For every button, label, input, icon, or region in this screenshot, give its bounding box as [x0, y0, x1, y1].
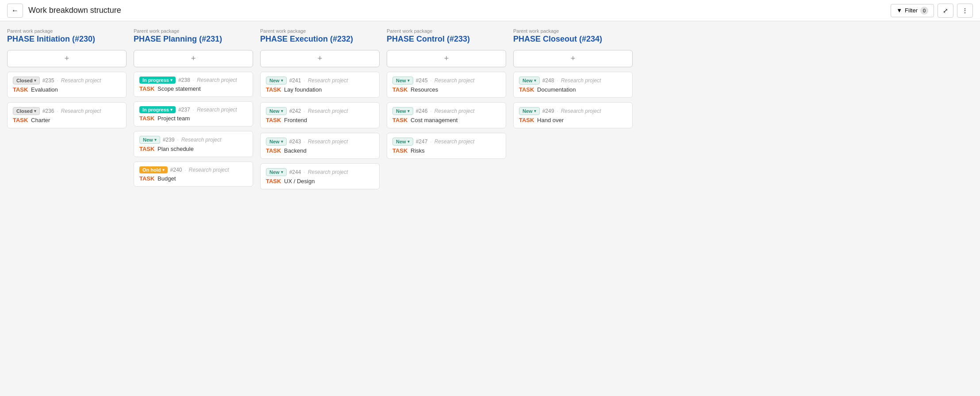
col-planning-add-button[interactable]: + — [134, 50, 253, 67]
top-bar: ← Work breakdown structure ▼ Filter 0 ⤢ … — [0, 0, 980, 21]
col-planning-card-1-title[interactable]: TASK Project team — [139, 115, 247, 122]
status-dropdown-arrow: ▾ — [534, 109, 536, 113]
col-execution-card-0-title[interactable]: TASK Lay foundation — [266, 86, 374, 93]
col-control-card-2-title[interactable]: TASK Risks — [392, 147, 500, 154]
separator: · — [557, 108, 558, 114]
col-execution-card-1-meta: New ▾#242·Research project — [266, 107, 374, 115]
col-execution-card-2-status-badge[interactable]: New ▾ — [266, 138, 287, 146]
col-control-card-0-status-badge[interactable]: New ▾ — [392, 77, 413, 85]
separator: · — [193, 77, 194, 83]
col-closeout-card-1-id: #249 — [542, 108, 554, 114]
col-planning-card-3-task-label: TASK — [139, 175, 156, 182]
col-initiation-card-1-id: #236 — [42, 108, 54, 114]
col-control-card-2-status-badge[interactable]: New ▾ — [392, 138, 413, 146]
col-control-card-2-project: Research project — [434, 138, 475, 145]
col-execution-header: Parent work packagePHASE Execution (#232… — [260, 28, 380, 44]
col-execution-card-3-title[interactable]: TASK UX / Design — [266, 178, 374, 185]
status-label: In progress — [142, 107, 169, 112]
filter-count: 0 — [920, 7, 928, 15]
col-planning-parent-label: Parent work package — [134, 28, 253, 34]
col-planning-card-2-title[interactable]: TASK Plan schedule — [139, 146, 247, 152]
col-closeout-card-0-title[interactable]: TASK Documentation — [519, 86, 627, 93]
back-icon: ← — [12, 7, 19, 15]
col-planning-card-2-task-label: TASK — [139, 146, 156, 152]
col-planning-card-2-status-badge[interactable]: New ▾ — [139, 136, 160, 144]
col-execution-card-3-meta: New ▾#244·Research project — [266, 168, 374, 176]
separator: · — [184, 167, 186, 173]
col-execution-card-0-status-badge[interactable]: New ▾ — [266, 77, 287, 85]
col-control-card-2-id: #247 — [416, 138, 428, 145]
status-dropdown-arrow: ▾ — [281, 78, 283, 83]
col-planning-header: Parent work packagePHASE Planning (#231) — [134, 28, 253, 44]
status-label: New — [143, 137, 153, 142]
col-control-card-1-task-label: TASK — [392, 117, 409, 123]
col-control-card-1-title[interactable]: TASK Cost management — [392, 117, 500, 123]
col-initiation-card-0-task-name: Evaluation — [31, 86, 58, 93]
col-closeout-card-1-meta: New ▾#249·Research project — [519, 107, 627, 115]
col-planning-card-0-id: #238 — [178, 77, 190, 83]
col-execution-card-1-status-badge[interactable]: New ▾ — [266, 107, 287, 115]
col-execution-card-0-id: #241 — [289, 77, 301, 84]
col-planning: Parent work packagePHASE Planning (#231)… — [134, 28, 253, 187]
col-execution-card-3-status-badge[interactable]: New ▾ — [266, 168, 287, 176]
col-planning-card-3-status-badge[interactable]: On hold ▾ — [139, 166, 168, 173]
status-label: New — [523, 108, 533, 114]
filter-icon: ▼ — [896, 7, 902, 14]
col-initiation-card-0-title[interactable]: TASK Evaluation — [13, 86, 121, 93]
col-planning-card-1-status-badge[interactable]: In progress ▾ — [139, 106, 176, 113]
col-planning-card-0-status-badge[interactable]: In progress ▾ — [139, 77, 176, 84]
back-button[interactable]: ← — [7, 4, 23, 18]
col-initiation-add-button[interactable]: + — [7, 50, 127, 67]
col-closeout-header: Parent work packagePHASE Closeout (#234) — [513, 28, 633, 44]
col-closeout-card-1-status-badge[interactable]: New ▾ — [519, 107, 540, 115]
col-execution-card-1-title[interactable]: TASK Frontend — [266, 117, 374, 123]
status-label: New — [523, 78, 533, 83]
more-button[interactable]: ⋮ — [957, 4, 973, 18]
col-planning-card-1-id: #237 — [178, 107, 190, 113]
col-execution-card-2-meta: New ▾#243·Research project — [266, 138, 374, 146]
separator: · — [57, 77, 58, 84]
col-execution-card-2-task-label: TASK — [266, 147, 283, 154]
col-initiation-card-0-project: Research project — [61, 77, 101, 84]
status-dropdown-arrow: ▾ — [281, 109, 283, 113]
col-initiation-card-1-status-badge[interactable]: Closed ▾ — [13, 107, 40, 115]
expand-button[interactable]: ⤢ — [938, 4, 953, 18]
col-closeout-add-button[interactable]: + — [513, 50, 633, 67]
col-closeout-card-1-title[interactable]: TASK Hand over — [519, 117, 627, 123]
col-closeout: Parent work packagePHASE Closeout (#234)… — [513, 28, 633, 128]
col-planning-card-0-title[interactable]: TASK Scope statement — [139, 85, 247, 92]
filter-button[interactable]: ▼ Filter 0 — [891, 4, 934, 17]
col-initiation-card-0-status-badge[interactable]: Closed ▾ — [13, 77, 40, 85]
col-control-add-button[interactable]: + — [387, 50, 506, 67]
col-control-card-1-task-name: Cost management — [411, 117, 457, 123]
col-planning-card-1-meta: In progress ▾#237·Research project — [139, 106, 247, 113]
col-execution-card-0: New ▾#241·Research projectTASK Lay found… — [260, 72, 380, 98]
col-closeout-card-0: New ▾#248·Research projectTASK Documenta… — [513, 72, 633, 98]
col-initiation-card-0-id: #235 — [42, 77, 54, 84]
col-closeout-card-0-status-badge[interactable]: New ▾ — [519, 77, 540, 85]
col-execution-parent-label: Parent work package — [260, 28, 380, 34]
col-control-card-0-task-label: TASK — [392, 86, 409, 93]
col-planning-card-3-title[interactable]: TASK Budget — [139, 175, 247, 182]
col-planning-card-0: In progress ▾#238·Research projectTASK S… — [134, 72, 253, 97]
col-control-card-0-task-name: Resources — [411, 86, 438, 93]
separator: · — [304, 138, 305, 145]
col-execution-card-1-project: Research project — [308, 108, 348, 114]
col-planning-card-3-meta: On hold ▾#240·Research project — [139, 166, 247, 173]
col-control-card-0-title[interactable]: TASK Resources — [392, 86, 500, 93]
status-dropdown-arrow: ▾ — [407, 109, 410, 113]
col-control-card-1-status-badge[interactable]: New ▾ — [392, 107, 413, 115]
col-execution-card-0-task-label: TASK — [266, 86, 283, 93]
col-execution-card-2-task-name: Backend — [284, 147, 307, 154]
col-planning-card-0-task-label: TASK — [139, 85, 156, 92]
col-initiation-card-1-title[interactable]: TASK Charter — [13, 117, 121, 123]
col-initiation-header: Parent work packagePHASE Initiation (#23… — [7, 28, 127, 44]
status-dropdown-arrow: ▾ — [170, 108, 173, 112]
status-label: Closed — [16, 78, 33, 83]
col-initiation: Parent work packagePHASE Initiation (#23… — [7, 28, 127, 128]
col-execution-add-button[interactable]: + — [260, 50, 380, 67]
col-execution-card-3: New ▾#244·Research projectTASK UX / Desi… — [260, 163, 380, 189]
col-planning-card-1-task-name: Project team — [158, 115, 190, 122]
col-control-card-0-project: Research project — [434, 77, 475, 84]
col-execution-card-2-title[interactable]: TASK Backend — [266, 147, 374, 154]
